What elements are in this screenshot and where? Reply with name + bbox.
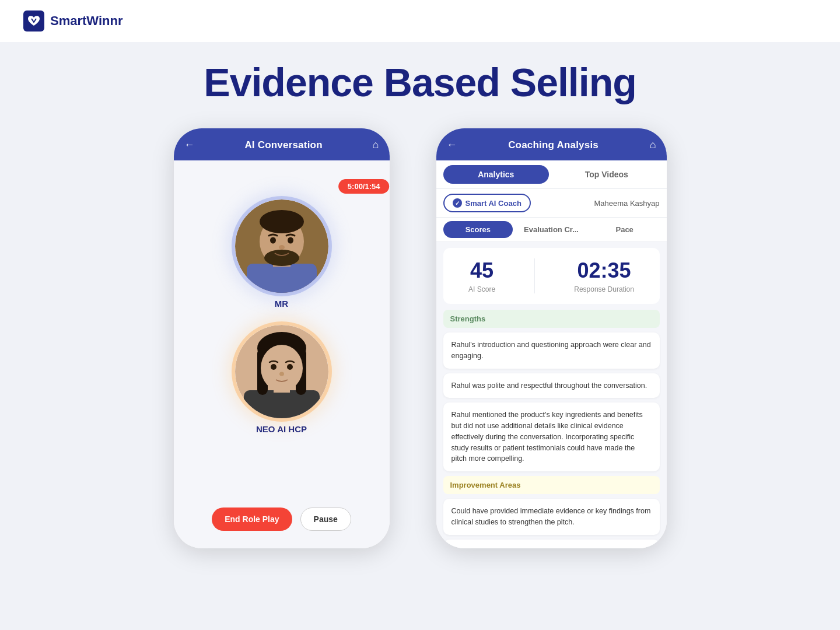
timer-badge: 5:00/1:54 — [338, 179, 390, 194]
smartwinnr-logo-icon — [23, 10, 44, 32]
right-app-bar: ← Coaching Analysis ⌂ — [436, 128, 667, 160]
sub-tab-scores[interactable]: Scores — [443, 221, 513, 238]
svg-point-16 — [261, 345, 303, 391]
timer-container: 5:00/1:54 — [174, 160, 390, 194]
right-back-icon[interactable]: ← — [447, 139, 457, 151]
logo-text: SmartWinnr — [50, 13, 123, 29]
action-buttons: End Role Play Pause — [212, 508, 351, 537]
right-phone: ← Coaching Analysis ⌂ Analytics Top Vide… — [436, 128, 667, 548]
svg-point-8 — [288, 237, 293, 244]
sub-tab-pace[interactable]: Pace — [590, 221, 660, 238]
svg-point-9 — [279, 245, 285, 250]
mr-avatar — [235, 200, 328, 293]
mr-person-svg — [235, 200, 328, 293]
left-back-icon[interactable]: ← — [184, 139, 195, 151]
svg-point-18 — [287, 364, 293, 370]
right-phone-screen: ← Coaching Analysis ⌂ Analytics Top Vide… — [436, 128, 667, 548]
response-duration-value: 02:35 — [578, 258, 631, 283]
svg-point-19 — [279, 372, 284, 376]
sub-tabs: Scores Evaluation Cr... Pace — [436, 218, 667, 242]
score-divider — [534, 258, 535, 293]
user-name: Maheema Kashyap — [594, 199, 659, 208]
conversation-body: MR — [174, 194, 390, 548]
analysis-scroll[interactable]: Strengths Rahul's introduction and quest… — [436, 304, 667, 548]
logo: SmartWinnr — [23, 10, 123, 32]
smart-ai-coach-button[interactable]: ✓ Smart AI Coach — [443, 194, 531, 212]
left-phone-screen: ← AI Conversation ⌂ 5:00/1:54 — [174, 128, 390, 548]
scores-section: 45 AI Score 02:35 Response Duration — [443, 248, 660, 304]
right-app-title: Coaching Analysis — [508, 139, 598, 151]
coach-check-icon: ✓ — [453, 198, 462, 208]
ai-score-label: AI Score — [468, 285, 495, 293]
improvement-header: Improvement Areas — [443, 476, 660, 494]
left-app-bar: ← AI Conversation ⌂ — [174, 128, 390, 160]
left-phone: ← AI Conversation ⌂ 5:00/1:54 — [174, 128, 390, 548]
hcp-person-svg — [235, 325, 328, 418]
svg-point-7 — [270, 237, 276, 244]
hcp-label: NEO AI HCP — [256, 424, 307, 434]
hcp-avatar — [235, 325, 328, 418]
coach-label: Smart AI Coach — [466, 199, 522, 208]
improvement-card-1: Could have provided immediate evidence o… — [443, 499, 660, 535]
response-duration-item: 02:35 Response Duration — [574, 258, 634, 293]
mr-label: MR — [275, 299, 288, 309]
header: SmartWinnr — [0, 0, 840, 42]
phones-container: ← AI Conversation ⌂ 5:00/1:54 — [0, 128, 840, 548]
svg-point-5 — [260, 210, 304, 233]
improvement-card-2: Incorporate customer testimonials to bui… — [443, 540, 660, 549]
strength-card-1: Rahul's introduction and questioning app… — [443, 332, 660, 369]
page-title: Evidence Based Selling — [0, 60, 840, 105]
left-app-title: AI Conversation — [244, 139, 322, 151]
left-home-icon[interactable]: ⌂ — [373, 139, 379, 151]
response-duration-label: Response Duration — [574, 285, 634, 293]
tab-analytics[interactable]: Analytics — [443, 165, 550, 184]
coach-row: ✓ Smart AI Coach Maheema Kashyap — [436, 189, 667, 218]
pause-button[interactable]: Pause — [300, 508, 351, 531]
strengths-header: Strengths — [443, 310, 660, 328]
end-role-play-button[interactable]: End Role Play — [212, 508, 292, 531]
ai-score-value: 45 — [470, 258, 494, 283]
svg-point-6 — [264, 250, 299, 266]
main-tabs: Analytics Top Videos — [436, 160, 667, 189]
svg-point-17 — [271, 364, 276, 370]
tab-top-videos[interactable]: Top Videos — [554, 165, 660, 184]
svg-rect-11 — [244, 390, 320, 418]
ai-score-item: 45 AI Score — [468, 258, 495, 293]
sub-tab-evaluation[interactable]: Evaluation Cr... — [516, 221, 586, 238]
svg-rect-2 — [247, 264, 317, 293]
right-home-icon[interactable]: ⌂ — [650, 139, 656, 151]
strength-card-2: Rahul was polite and respectful througho… — [443, 373, 660, 398]
strength-card-3: Rahul mentioned the product's key ingred… — [443, 402, 660, 471]
